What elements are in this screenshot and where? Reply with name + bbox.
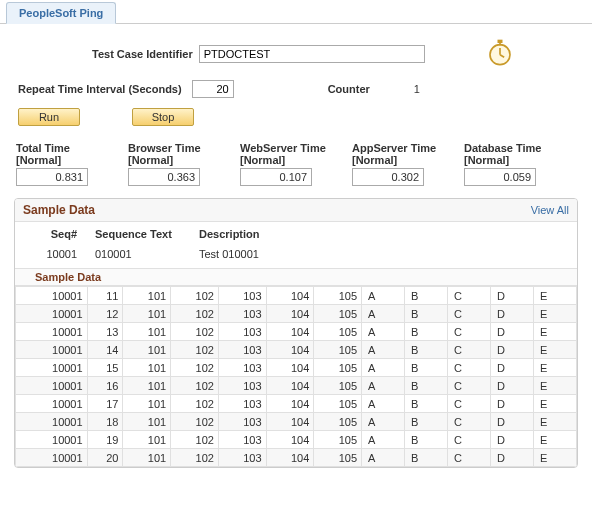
metric-sub: [Normal] — [240, 154, 352, 166]
cell: A — [362, 413, 405, 431]
sample-title: Sample Data — [23, 203, 95, 217]
cell: D — [490, 323, 533, 341]
cell: E — [533, 449, 576, 467]
metric-sub: [Normal] — [128, 154, 240, 166]
cell: 10001 — [16, 287, 88, 305]
cell: 105 — [314, 413, 362, 431]
cell: B — [405, 395, 448, 413]
cell: 102 — [171, 287, 219, 305]
cell: 102 — [171, 341, 219, 359]
cell: A — [362, 359, 405, 377]
table-row: 1000115101102103104105ABCDE — [16, 359, 577, 377]
cell: E — [533, 287, 576, 305]
run-button[interactable]: Run — [18, 108, 80, 126]
outer-columns-header: Seq# Sequence Text Description — [15, 222, 577, 244]
col-seq: Seq# — [27, 228, 95, 240]
stop-button[interactable]: Stop — [132, 108, 194, 126]
outer-data-row: 10001 010001 Test 010001 — [15, 244, 577, 268]
cell: C — [448, 287, 491, 305]
cell: 103 — [218, 413, 266, 431]
cell: 103 — [218, 395, 266, 413]
svg-rect-2 — [499, 42, 501, 45]
cell: B — [405, 287, 448, 305]
cell: 19 — [87, 431, 123, 449]
metric-title: Database Time — [464, 142, 576, 154]
cell: 103 — [218, 359, 266, 377]
cell: 103 — [218, 341, 266, 359]
cell: 10001 — [16, 341, 88, 359]
cell: 105 — [314, 359, 362, 377]
tab-bar: PeopleSoft Ping — [0, 0, 592, 24]
cell: D — [490, 413, 533, 431]
cell: 102 — [171, 449, 219, 467]
cell: A — [362, 431, 405, 449]
col-desc: Description — [199, 228, 349, 240]
metric-total-time: Total Time [Normal] 0.831 — [16, 142, 128, 186]
tab-peoplesoft-ping[interactable]: PeopleSoft Ping — [6, 2, 116, 24]
cell: B — [405, 305, 448, 323]
cell: 10001 — [16, 449, 88, 467]
cell: 101 — [123, 305, 171, 323]
cell: 104 — [266, 395, 314, 413]
cell: 104 — [266, 305, 314, 323]
cell: 10001 — [16, 431, 88, 449]
cell: D — [490, 305, 533, 323]
cell: C — [448, 323, 491, 341]
cell: 101 — [123, 413, 171, 431]
label-repeat-interval: Repeat Time Interval (Seconds) — [18, 83, 182, 95]
test-case-input[interactable] — [199, 45, 425, 63]
cell: B — [405, 323, 448, 341]
cell: C — [448, 377, 491, 395]
cell: 13 — [87, 323, 123, 341]
cell: E — [533, 341, 576, 359]
cell: E — [533, 305, 576, 323]
cell: C — [448, 341, 491, 359]
cell: 11 — [87, 287, 123, 305]
cell: C — [448, 449, 491, 467]
repeat-interval-input[interactable] — [192, 80, 234, 98]
cell: C — [448, 395, 491, 413]
cell: 105 — [314, 287, 362, 305]
cell: 15 — [87, 359, 123, 377]
cell: 104 — [266, 359, 314, 377]
inner-sample-title: Sample Data — [15, 268, 577, 286]
stopwatch-icon — [486, 38, 514, 70]
cell: A — [362, 341, 405, 359]
cell: 102 — [171, 377, 219, 395]
metric-value: 0.107 — [240, 168, 312, 186]
cell: 105 — [314, 449, 362, 467]
cell: 103 — [218, 305, 266, 323]
cell: 103 — [218, 377, 266, 395]
label-test-case: Test Case Identifier — [92, 48, 193, 60]
cell: E — [533, 323, 576, 341]
cell: E — [533, 377, 576, 395]
cell: A — [362, 287, 405, 305]
label-counter: Counter — [328, 83, 370, 95]
table-row: 1000111101102103104105ABCDE — [16, 287, 577, 305]
metric-title: WebServer Time — [240, 142, 352, 154]
metrics-row: Total Time [Normal] 0.831 Browser Time [… — [0, 142, 592, 194]
cell: 101 — [123, 287, 171, 305]
cell: C — [448, 431, 491, 449]
metric-value: 0.831 — [16, 168, 88, 186]
cell: A — [362, 395, 405, 413]
cell: 101 — [123, 431, 171, 449]
cell: C — [448, 305, 491, 323]
cell: E — [533, 431, 576, 449]
cell: 102 — [171, 431, 219, 449]
cell: 16 — [87, 377, 123, 395]
table-row: 1000120101102103104105ABCDE — [16, 449, 577, 467]
view-all-link[interactable]: View All — [531, 204, 569, 216]
cell: A — [362, 323, 405, 341]
table-row: 1000112101102103104105ABCDE — [16, 305, 577, 323]
seqtext-value: 010001 — [95, 248, 199, 260]
cell: E — [533, 395, 576, 413]
cell: 17 — [87, 395, 123, 413]
cell: 102 — [171, 413, 219, 431]
metric-sub: [Normal] — [352, 154, 464, 166]
cell: D — [490, 377, 533, 395]
cell: 10001 — [16, 323, 88, 341]
cell: 102 — [171, 305, 219, 323]
cell: A — [362, 377, 405, 395]
cell: 101 — [123, 323, 171, 341]
